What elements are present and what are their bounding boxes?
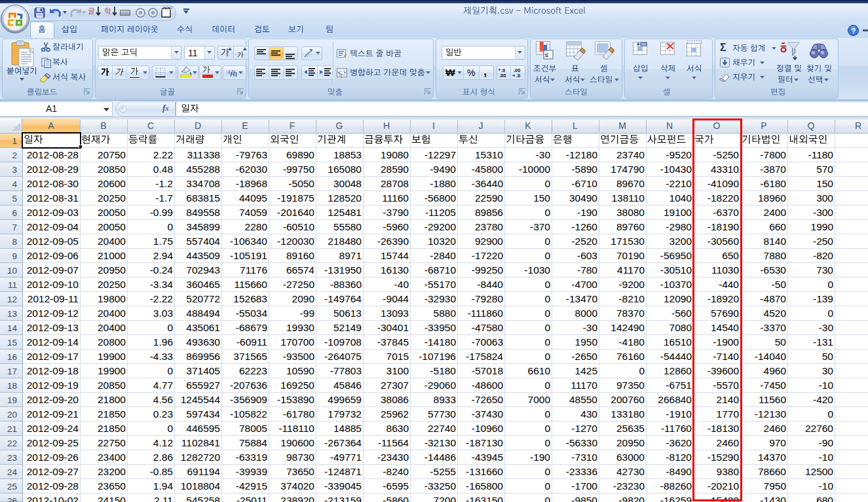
svg-text:.00: .00 [499, 73, 506, 79]
svg-text:.0: .0 [516, 73, 520, 79]
svg-text:?: ? [852, 27, 856, 35]
svg-text:JHJHJ: JHJHJ [162, 7, 172, 10]
svg-text:≤: ≤ [545, 52, 548, 58]
